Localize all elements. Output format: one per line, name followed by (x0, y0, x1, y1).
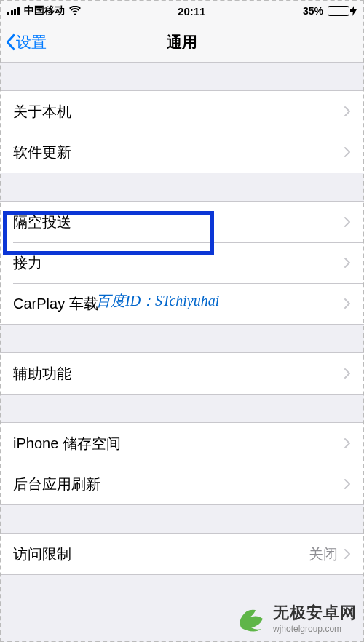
battery-percent: 35% (303, 5, 323, 17)
chevron-right-icon (344, 368, 351, 379)
settings-group: 关于本机软件更新 (0, 90, 364, 173)
chevron-right-icon (344, 298, 351, 309)
cell-label: 访问限制 (13, 544, 71, 564)
settings-group: iPhone 储存空间后台应用刷新 (0, 422, 364, 505)
settings-group: 辅助功能 (0, 352, 364, 395)
settings-cell[interactable]: 访问限制关闭 (0, 534, 364, 574)
settings-cell[interactable]: 辅助功能 (0, 353, 364, 394)
cell-label: 软件更新 (13, 143, 71, 162)
cell-label: 辅助功能 (13, 364, 71, 384)
chevron-right-icon (344, 106, 351, 117)
chevron-right-icon (344, 548, 351, 560)
settings-cell[interactable]: iPhone 储存空间 (0, 423, 364, 464)
cell-label: 隔空投送 (13, 213, 71, 232)
settings-cell[interactable]: 后台应用刷新 (0, 464, 364, 504)
battery-icon (328, 6, 357, 16)
settings-cell[interactable]: 接力 (0, 242, 364, 283)
cell-label: 后台应用刷新 (13, 475, 100, 494)
settings-cell[interactable]: 软件更新 (0, 132, 364, 173)
chevron-right-icon (344, 146, 351, 158)
content: 关于本机软件更新隔空投送接力CarPlay 车载辅助功能iPhone 储存空间后… (0, 90, 364, 575)
brand-logo-icon (234, 601, 267, 635)
page-title: 通用 (167, 32, 197, 52)
cell-value: 关闭 (309, 544, 338, 564)
brand-watermark: 无极安卓网 wjhotelgroup.com (234, 601, 357, 635)
chevron-right-icon (344, 437, 351, 449)
back-button[interactable]: 设置 (4, 32, 47, 52)
signal-icon (7, 7, 20, 15)
settings-group: 访问限制关闭 (0, 533, 364, 575)
cell-label: CarPlay 车载 (13, 294, 98, 314)
cell-label: 接力 (13, 253, 42, 273)
wifi-icon (69, 5, 81, 17)
status-right: 35% (303, 5, 357, 17)
brand-name: 无极安卓网 (273, 602, 357, 624)
chevron-right-icon (344, 478, 351, 490)
brand-url: wjhotelgroup.com (273, 624, 357, 634)
settings-cell[interactable]: 关于本机 (0, 91, 364, 132)
cell-label: 关于本机 (13, 102, 71, 122)
status-left: 中国移动 (7, 4, 81, 17)
carrier-label: 中国移动 (24, 4, 65, 17)
chevron-right-icon (344, 216, 351, 228)
status-time: 20:11 (178, 5, 205, 17)
chevron-right-icon (344, 257, 351, 269)
chevron-left-icon (4, 33, 16, 51)
cell-label: iPhone 储存空间 (13, 434, 121, 453)
settings-cell[interactable]: 隔空投送 (0, 202, 364, 242)
back-label: 设置 (16, 32, 47, 52)
nav-bar: 设置 通用 (0, 22, 364, 63)
settings-group: 隔空投送接力CarPlay 车载 (0, 201, 364, 325)
settings-cell[interactable]: CarPlay 车载 (0, 283, 364, 324)
status-bar: 中国移动 20:11 35% (0, 0, 364, 22)
